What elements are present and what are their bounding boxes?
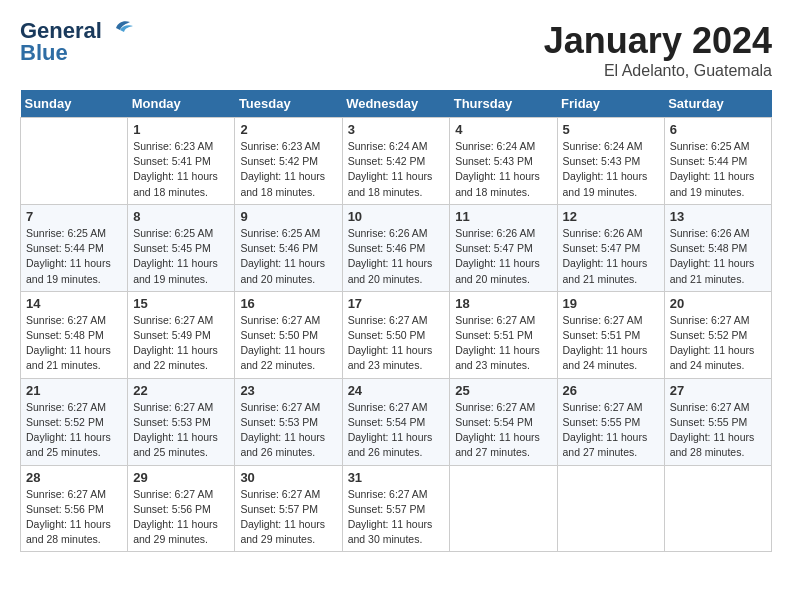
day-number: 24 bbox=[348, 383, 445, 398]
day-info-line: Sunrise: 6:27 AM bbox=[348, 400, 445, 415]
calendar-cell: 28Sunrise: 6:27 AMSunset: 5:56 PMDayligh… bbox=[21, 465, 128, 552]
day-info-line: Sunset: 5:49 PM bbox=[133, 328, 229, 343]
day-number: 10 bbox=[348, 209, 445, 224]
day-number: 18 bbox=[455, 296, 551, 311]
day-info-line: Sunrise: 6:27 AM bbox=[670, 400, 766, 415]
day-info-line: Sunrise: 6:26 AM bbox=[670, 226, 766, 241]
calendar-week-row: 7Sunrise: 6:25 AMSunset: 5:44 PMDaylight… bbox=[21, 204, 772, 291]
calendar-cell: 25Sunrise: 6:27 AMSunset: 5:54 PMDayligh… bbox=[450, 378, 557, 465]
day-number: 8 bbox=[133, 209, 229, 224]
day-number: 16 bbox=[240, 296, 336, 311]
day-info-line: Sunrise: 6:26 AM bbox=[348, 226, 445, 241]
day-info-line: Daylight: 11 hours and 29 minutes. bbox=[240, 517, 336, 547]
day-info-line: Daylight: 11 hours and 23 minutes. bbox=[455, 343, 551, 373]
day-info-line: Sunset: 5:46 PM bbox=[240, 241, 336, 256]
day-info: Sunrise: 6:27 AMSunset: 5:55 PMDaylight:… bbox=[563, 400, 659, 461]
day-info: Sunrise: 6:27 AMSunset: 5:54 PMDaylight:… bbox=[455, 400, 551, 461]
day-info-line: Sunrise: 6:27 AM bbox=[563, 400, 659, 415]
day-info-line: Sunrise: 6:27 AM bbox=[455, 400, 551, 415]
day-info-line: Sunrise: 6:27 AM bbox=[240, 400, 336, 415]
day-info-line: Daylight: 11 hours and 18 minutes. bbox=[455, 169, 551, 199]
day-info-line: Sunset: 5:42 PM bbox=[240, 154, 336, 169]
day-info-line: Sunset: 5:44 PM bbox=[26, 241, 122, 256]
calendar-cell: 1Sunrise: 6:23 AMSunset: 5:41 PMDaylight… bbox=[128, 118, 235, 205]
calendar-header-row: SundayMondayTuesdayWednesdayThursdayFrid… bbox=[21, 90, 772, 118]
day-info-line: Sunset: 5:53 PM bbox=[133, 415, 229, 430]
day-number: 17 bbox=[348, 296, 445, 311]
day-number: 31 bbox=[348, 470, 445, 485]
day-info-line: Sunrise: 6:27 AM bbox=[240, 313, 336, 328]
day-number: 30 bbox=[240, 470, 336, 485]
day-info-line: Sunrise: 6:27 AM bbox=[240, 487, 336, 502]
calendar-cell: 6Sunrise: 6:25 AMSunset: 5:44 PMDaylight… bbox=[664, 118, 771, 205]
day-info-line: Sunset: 5:57 PM bbox=[240, 502, 336, 517]
calendar-cell: 12Sunrise: 6:26 AMSunset: 5:47 PMDayligh… bbox=[557, 204, 664, 291]
day-number: 3 bbox=[348, 122, 445, 137]
day-info-line: Daylight: 11 hours and 28 minutes. bbox=[26, 517, 122, 547]
day-info-line: Sunset: 5:57 PM bbox=[348, 502, 445, 517]
day-info-line: Sunset: 5:47 PM bbox=[455, 241, 551, 256]
day-info-line: Sunset: 5:56 PM bbox=[26, 502, 122, 517]
day-info-line: Daylight: 11 hours and 18 minutes. bbox=[348, 169, 445, 199]
day-info-line: Daylight: 11 hours and 21 minutes. bbox=[26, 343, 122, 373]
day-number: 22 bbox=[133, 383, 229, 398]
day-info-line: Sunset: 5:44 PM bbox=[670, 154, 766, 169]
day-info-line: Sunrise: 6:27 AM bbox=[26, 487, 122, 502]
day-info-line: Daylight: 11 hours and 26 minutes. bbox=[348, 430, 445, 460]
day-info-line: Sunrise: 6:25 AM bbox=[670, 139, 766, 154]
day-number: 19 bbox=[563, 296, 659, 311]
day-info-line: Daylight: 11 hours and 27 minutes. bbox=[455, 430, 551, 460]
calendar-week-row: 14Sunrise: 6:27 AMSunset: 5:48 PMDayligh… bbox=[21, 291, 772, 378]
day-info: Sunrise: 6:27 AMSunset: 5:54 PMDaylight:… bbox=[348, 400, 445, 461]
day-info-line: Daylight: 11 hours and 25 minutes. bbox=[26, 430, 122, 460]
day-info-line: Sunrise: 6:27 AM bbox=[26, 400, 122, 415]
day-info-line: Daylight: 11 hours and 20 minutes. bbox=[240, 256, 336, 286]
calendar-cell bbox=[21, 118, 128, 205]
day-info: Sunrise: 6:25 AMSunset: 5:44 PMDaylight:… bbox=[670, 139, 766, 200]
calendar-cell: 16Sunrise: 6:27 AMSunset: 5:50 PMDayligh… bbox=[235, 291, 342, 378]
day-info-line: Sunrise: 6:27 AM bbox=[133, 313, 229, 328]
title-area: January 2024 El Adelanto, Guatemala bbox=[544, 20, 772, 80]
day-info-line: Daylight: 11 hours and 24 minutes. bbox=[563, 343, 659, 373]
day-info: Sunrise: 6:27 AMSunset: 5:57 PMDaylight:… bbox=[240, 487, 336, 548]
day-info: Sunrise: 6:26 AMSunset: 5:46 PMDaylight:… bbox=[348, 226, 445, 287]
calendar-table: SundayMondayTuesdayWednesdayThursdayFrid… bbox=[20, 90, 772, 552]
day-number: 21 bbox=[26, 383, 122, 398]
day-info-line: Daylight: 11 hours and 23 minutes. bbox=[348, 343, 445, 373]
logo-text: General bbox=[20, 20, 102, 42]
day-info: Sunrise: 6:24 AMSunset: 5:42 PMDaylight:… bbox=[348, 139, 445, 200]
day-number: 2 bbox=[240, 122, 336, 137]
calendar-cell: 9Sunrise: 6:25 AMSunset: 5:46 PMDaylight… bbox=[235, 204, 342, 291]
day-info-line: Sunrise: 6:24 AM bbox=[563, 139, 659, 154]
day-info: Sunrise: 6:27 AMSunset: 5:50 PMDaylight:… bbox=[348, 313, 445, 374]
day-info-line: Sunset: 5:46 PM bbox=[348, 241, 445, 256]
day-info-line: Sunrise: 6:27 AM bbox=[348, 487, 445, 502]
day-number: 5 bbox=[563, 122, 659, 137]
calendar-cell: 4Sunrise: 6:24 AMSunset: 5:43 PMDaylight… bbox=[450, 118, 557, 205]
day-info-line: Daylight: 11 hours and 30 minutes. bbox=[348, 517, 445, 547]
day-info-line: Sunrise: 6:27 AM bbox=[670, 313, 766, 328]
day-number: 27 bbox=[670, 383, 766, 398]
day-info-line: Sunrise: 6:25 AM bbox=[26, 226, 122, 241]
day-info-line: Daylight: 11 hours and 19 minutes. bbox=[563, 169, 659, 199]
day-info-line: Sunset: 5:50 PM bbox=[348, 328, 445, 343]
calendar-cell: 8Sunrise: 6:25 AMSunset: 5:45 PMDaylight… bbox=[128, 204, 235, 291]
day-info-line: Daylight: 11 hours and 18 minutes. bbox=[133, 169, 229, 199]
day-number: 28 bbox=[26, 470, 122, 485]
day-info: Sunrise: 6:27 AMSunset: 5:53 PMDaylight:… bbox=[240, 400, 336, 461]
day-info-line: Daylight: 11 hours and 22 minutes. bbox=[240, 343, 336, 373]
calendar-cell: 30Sunrise: 6:27 AMSunset: 5:57 PMDayligh… bbox=[235, 465, 342, 552]
day-info: Sunrise: 6:26 AMSunset: 5:48 PMDaylight:… bbox=[670, 226, 766, 287]
day-info-line: Sunset: 5:45 PM bbox=[133, 241, 229, 256]
day-info: Sunrise: 6:25 AMSunset: 5:45 PMDaylight:… bbox=[133, 226, 229, 287]
calendar-cell: 19Sunrise: 6:27 AMSunset: 5:51 PMDayligh… bbox=[557, 291, 664, 378]
day-number: 23 bbox=[240, 383, 336, 398]
day-info: Sunrise: 6:27 AMSunset: 5:55 PMDaylight:… bbox=[670, 400, 766, 461]
calendar-cell: 31Sunrise: 6:27 AMSunset: 5:57 PMDayligh… bbox=[342, 465, 450, 552]
logo-blue-text: Blue bbox=[20, 42, 68, 64]
calendar-cell bbox=[664, 465, 771, 552]
day-info: Sunrise: 6:27 AMSunset: 5:53 PMDaylight:… bbox=[133, 400, 229, 461]
day-info: Sunrise: 6:27 AMSunset: 5:57 PMDaylight:… bbox=[348, 487, 445, 548]
day-info-line: Daylight: 11 hours and 28 minutes. bbox=[670, 430, 766, 460]
day-info-line: Sunrise: 6:25 AM bbox=[133, 226, 229, 241]
